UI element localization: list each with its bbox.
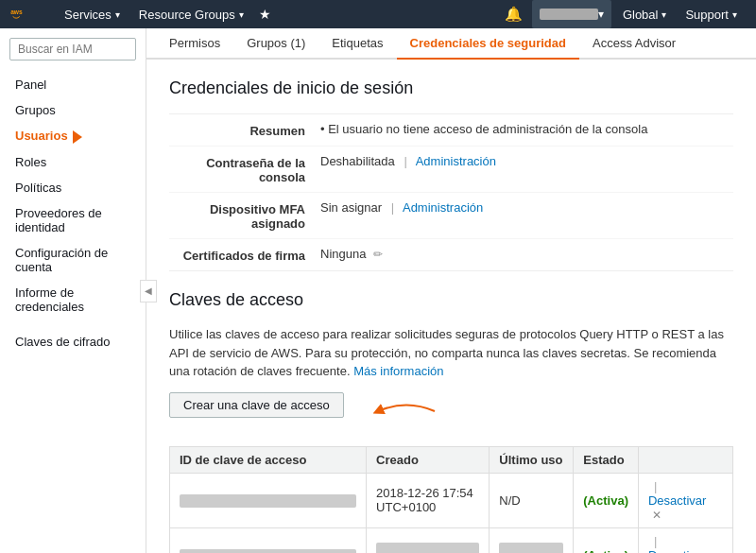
favorites-star[interactable]: ★ <box>253 7 277 22</box>
resource-groups-menu[interactable]: Resource Groups ▾ <box>129 0 253 28</box>
top-nav: aws Services ▾ Resource Groups ▾ ★ 🔔 use… <box>0 0 756 28</box>
resource-groups-caret: ▾ <box>239 9 244 20</box>
ak-col-status: Estado <box>574 446 639 473</box>
credential-info-table: Resumen El usuario no tiene acceso de ad… <box>169 113 733 271</box>
region-caret: ▾ <box>662 9 666 20</box>
content-area: Credenciales de inicio de sesión Resumen… <box>146 60 756 553</box>
delete-key-1[interactable]: ✕ <box>648 509 665 522</box>
access-keys-more-info-link[interactable]: Más información <box>353 364 443 378</box>
ak-actions-2: | Desactivar ✕ <box>638 527 732 553</box>
value-mfa: Sin asignar | Administración <box>320 200 733 215</box>
ak-id-1: AKIAIOSFODNN7EXAM1BLURRED <box>170 473 367 527</box>
access-keys-table: ID de clave de acceso Creado Último uso … <box>169 446 733 554</box>
deactivate-key-2[interactable]: Desactivar <box>648 548 706 554</box>
edit-certificados-icon[interactable]: ✏ <box>373 248 383 261</box>
ak-created-2: 2018-00-00 00:00 UTC+0000 <box>367 527 490 553</box>
ak-col-last-used: Último uso <box>490 446 574 473</box>
link-administracion-contrasena[interactable]: Administración <box>416 154 496 168</box>
sidebar-item-proveedores[interactable]: Proveedores de identidad <box>0 200 146 240</box>
aws-logo[interactable]: aws <box>9 4 43 25</box>
tab-credenciales[interactable]: Credenciales de seguridad <box>397 28 579 60</box>
credential-section-title: Credenciales de inicio de sesión <box>169 78 733 98</box>
sidebar-item-informe[interactable]: Informe de credenciales <box>0 280 146 320</box>
sidebar-item-configuracion[interactable]: Configuración de cuenta <box>0 240 146 280</box>
info-row-contrasena: Contraseña de la consola Deshabilitada |… <box>169 147 733 193</box>
sidebar-item-grupos[interactable]: Grupos <box>0 97 146 123</box>
label-contrasena: Contraseña de la consola <box>169 154 320 184</box>
services-caret: ▾ <box>115 9 120 20</box>
create-key-arrow-annotation <box>359 397 454 428</box>
create-key-row: Crear una clave de acceso <box>169 392 733 433</box>
tab-permisos[interactable]: Permisos <box>156 28 233 60</box>
sidebar-item-panel[interactable]: Panel <box>0 72 146 97</box>
tabs-bar: Permisos Grupos (1) Etiquetas Credencial… <box>146 28 756 60</box>
page-layout: Panel Grupos Usuarios Roles Políticas Pr… <box>0 28 756 553</box>
access-keys-title: Claves de acceso <box>169 290 733 310</box>
info-row-certificados: Certificados de firma Ninguna ✏ <box>169 239 733 270</box>
usuarios-arrow-indicator <box>73 130 82 144</box>
value-resumen: El usuario no tiene acceso de administra… <box>320 122 733 136</box>
ak-col-created: Creado <box>367 446 490 473</box>
label-mfa: Dispositivo MFA asignado <box>169 200 320 231</box>
sidebar-nav: Panel Grupos Usuarios Roles Políticas Pr… <box>0 68 146 358</box>
sidebar-item-usuarios[interactable]: Usuarios <box>0 123 146 149</box>
sidebar-item-politicas[interactable]: Políticas <box>0 175 146 200</box>
tab-etiquetas[interactable]: Etiquetas <box>318 28 396 60</box>
sidebar-collapse-button[interactable]: ◀ <box>140 280 157 302</box>
ak-status-2: (Activa) <box>574 527 639 553</box>
main-content: Permisos Grupos (1) Etiquetas Credencial… <box>146 28 756 553</box>
ak-col-actions <box>638 446 732 473</box>
services-menu[interactable]: Services ▾ <box>55 0 129 28</box>
ak-last-used-2: 2018-00-00 blurred <box>490 527 574 553</box>
create-access-key-button[interactable]: Crear una clave de acceso <box>169 392 344 418</box>
info-row-resumen: Resumen El usuario no tiene acceso de ad… <box>169 114 733 147</box>
support-caret: ▾ <box>732 9 737 20</box>
deactivate-key-1[interactable]: Desactivar <box>648 493 706 508</box>
sidebar-item-claves-cifrado[interactable]: Claves de cifrado <box>0 329 146 354</box>
sidebar-search-input[interactable] <box>9 38 136 60</box>
ak-id-2: AKIAIOSFODNN7EXAM2BLURRED <box>170 527 367 553</box>
value-certificados: Ninguna ✏ <box>320 247 733 261</box>
info-row-mfa: Dispositivo MFA asignado Sin asignar | A… <box>169 193 733 239</box>
tab-grupos[interactable]: Grupos (1) <box>233 28 318 60</box>
label-certificados: Certificados de firma <box>169 247 320 263</box>
ak-actions-1: | Desactivar ✕ <box>638 473 732 527</box>
ak-row-2: AKIAIOSFODNN7EXAM2BLURRED 2018-00-00 00:… <box>170 527 733 553</box>
user-menu[interactable]: user ▾ <box>532 0 610 28</box>
user-caret: ▾ <box>598 8 604 21</box>
ak-row-1: AKIAIOSFODNN7EXAM1BLURRED 2018-12-26 17:… <box>170 473 733 527</box>
support-menu[interactable]: Support ▾ <box>676 0 747 28</box>
value-contrasena: Deshabilitada | Administración <box>320 154 733 168</box>
tab-access-advisor[interactable]: Access Advisor <box>579 28 689 60</box>
access-keys-description: Utilice las claves de acceso para realiz… <box>169 325 733 381</box>
sidebar-item-roles[interactable]: Roles <box>0 149 146 175</box>
link-administracion-mfa[interactable]: Administración <box>403 200 483 215</box>
sidebar: Panel Grupos Usuarios Roles Políticas Pr… <box>0 28 146 553</box>
region-menu[interactable]: Global ▾ <box>613 0 677 28</box>
label-resumen: Resumen <box>169 122 320 138</box>
ak-created-1: 2018-12-26 17:54 UTC+0100 <box>367 473 490 527</box>
ak-last-used-1: N/D <box>490 473 574 527</box>
notifications-bell[interactable]: 🔔 <box>497 0 530 28</box>
sidebar-search-area <box>0 28 146 68</box>
ak-status-1: (Activa) <box>574 473 639 527</box>
ak-col-id: ID de clave de acceso <box>170 446 367 473</box>
svg-text:aws: aws <box>10 9 23 15</box>
